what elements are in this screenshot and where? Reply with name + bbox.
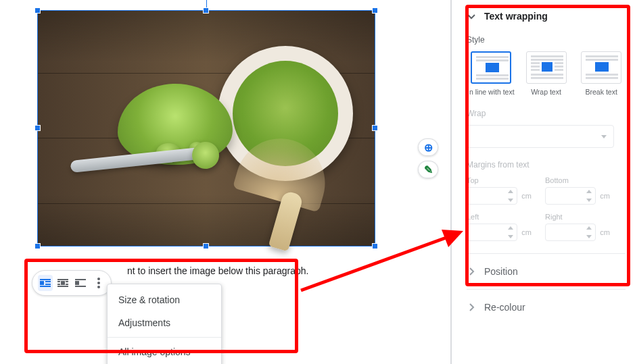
rotate-stem (206, 0, 207, 7)
margin-top-label: Top (467, 176, 532, 184)
margins-subheading: Margins from text (467, 160, 626, 170)
wrap-text-button[interactable] (55, 275, 70, 291)
resize-handle-r[interactable] (372, 125, 378, 131)
wrap-inline-button[interactable] (38, 275, 53, 291)
resize-handle-bl[interactable] (34, 243, 41, 249)
margin-right-unit: cm (600, 228, 610, 236)
image-options-sidebar: Text wrapping Style In line with text (451, 0, 635, 364)
resize-handle-tl[interactable] (34, 7, 41, 14)
wrap-inline-icon (40, 279, 51, 287)
menu-adjustments[interactable]: Adjustments (108, 311, 221, 334)
margin-right-stepper (545, 224, 596, 241)
margin-left-label: Left (467, 213, 532, 221)
break-text-icon (75, 279, 86, 287)
style-label-inline: In line with text (467, 88, 515, 97)
margin-top-stepper (467, 187, 517, 205)
wrap-text-icon (57, 279, 68, 287)
margin-action-icons: ⊕ ✎ (418, 138, 441, 183)
margin-top-field: Top cm (467, 176, 532, 205)
resize-handle-tr[interactable] (372, 7, 378, 14)
margin-left-stepper (467, 224, 517, 241)
menu-size-rotation[interactable]: Size & rotation (108, 288, 221, 311)
style-label-wrap: Wrap text (522, 88, 571, 97)
margin-bottom-label: Bottom (545, 176, 610, 184)
section-position-header[interactable]: Position (467, 255, 626, 286)
style-options-row: In line with text Wrap text (467, 51, 626, 97)
margins-grid: Top cm Bottom cm Left cm (467, 176, 614, 241)
section-text-wrapping-header[interactable]: Text wrapping (467, 0, 626, 31)
document-canvas (37, 10, 375, 260)
resize-handle-t[interactable] (203, 7, 209, 14)
resize-handle-br[interactable] (372, 243, 378, 249)
more-options-menu: Size & rotation Adjustments All image op… (107, 284, 222, 364)
chevron-right-icon (467, 303, 476, 312)
recolour-title: Re-colour (484, 302, 525, 313)
style-thumb-inline (471, 51, 511, 84)
section-recolour-header[interactable]: Re-colour (467, 291, 626, 322)
margin-top-unit: cm (521, 192, 532, 200)
margin-left-unit: cm (521, 228, 532, 236)
position-title: Position (484, 266, 518, 277)
style-option-inline[interactable]: In line with text (467, 51, 515, 97)
image-wrap-toolbar (32, 270, 112, 296)
resize-handle-b[interactable] (203, 243, 209, 249)
margin-bottom-stepper (545, 187, 596, 205)
suggest-edit-icon[interactable]: ✎ (418, 161, 438, 178)
text-wrapping-title: Text wrapping (484, 11, 548, 22)
more-vertical-icon (97, 278, 100, 288)
break-text-button[interactable] (73, 275, 88, 291)
wrap-direction-select (467, 125, 614, 148)
paragraph-text[interactable]: nt to insert the image below this paragr… (127, 265, 309, 276)
more-options-button[interactable] (91, 275, 105, 291)
selected-image[interactable] (37, 10, 375, 246)
menu-all-image-options[interactable]: All image options (108, 340, 221, 363)
style-option-break[interactable]: Break text (577, 51, 626, 97)
margin-left-field: Left cm (467, 213, 532, 241)
margin-right-field: Right cm (545, 213, 610, 241)
style-label-break: Break text (577, 88, 626, 97)
chevron-down-icon (467, 11, 476, 21)
chevron-right-icon (467, 267, 476, 276)
margin-bottom-unit: cm (600, 192, 610, 200)
style-thumb-break (581, 51, 621, 84)
margin-right-label: Right (545, 213, 610, 221)
style-thumb-wrap (526, 51, 567, 84)
style-option-wrap[interactable]: Wrap text (522, 51, 571, 97)
caret-down-icon (601, 135, 607, 138)
matcha-photo (38, 11, 375, 246)
style-subheading: Style (467, 35, 626, 45)
add-comment-icon[interactable]: ⊕ (418, 138, 438, 156)
margin-bottom-field: Bottom cm (545, 176, 610, 205)
resize-handle-l[interactable] (34, 125, 41, 131)
wrap-subheading: Wrap (467, 109, 626, 118)
